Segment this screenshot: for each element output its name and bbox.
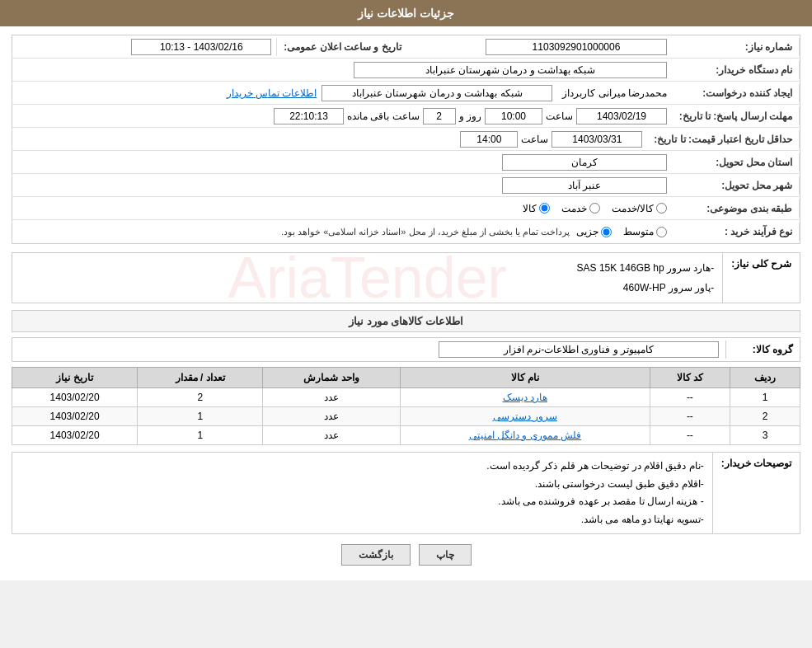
radio-motavasset[interactable]: متوسط [623,226,667,237]
requester-value-cell: محمدرضا میرانی کاربرداز اطلاعات تماس خری… [12,82,672,104]
radio-kala-input[interactable] [539,203,550,214]
province-label: استان محل تحویل: [672,153,800,171]
announce-input[interactable] [131,39,271,55]
city-label: شهر محل تحویل: [672,176,800,195]
buyer-org-value-cell [12,59,672,81]
notes-row: توصیحات خریدار: -نام دقیق اقلام در توضیح… [12,452,800,534]
buyer-org-label: نام دستگاه خریدار: [672,61,800,79]
cell-count: 1 [138,426,263,445]
price-time-label: ساعت [521,134,548,145]
send-deadline-label: مهلت ارسال پاسخ: تا تاریخ: [672,107,800,125]
radio-motavasset-input[interactable] [656,227,667,237]
page-title: جزئیات اطلاعات نیاز [358,7,454,20]
notes-line2: -اقلام دقیق طبق لیست درخواستی باشند. [21,476,704,494]
btn-print[interactable]: چاپ [419,544,472,566]
row-need-number: شماره نیاز: تاریخ و ساعت اعلان عمومی: [12,35,800,59]
col-date: تاریخ نیاز [12,368,138,388]
cell-count: 1 [138,407,263,426]
group-row: گروه کالا: [12,337,800,362]
radio-kala-khadamat-label: کالا/خدمت [612,203,654,214]
cell-date: 1403/02/20 [12,426,138,445]
send-days-input[interactable] [423,108,456,124]
cell-radif: 3 [730,426,800,445]
purchase-radio-group: متوسط جزیی [576,226,667,237]
col-radif: ردیف [730,368,800,388]
row-purchase-type: نوع فرآیند خرید : متوسط جزیی پرداخت تمام… [12,220,800,243]
cell-unit: عدد [263,426,401,445]
radio-khadamat-input[interactable] [589,203,600,214]
row-category: طبقه بندی موضوعی: کالا/خدمت خدمت [12,197,800,220]
notes-line3: - هزینه ارسال تا مقصد بر عهده فروشنده می… [21,493,704,511]
group-value [12,338,725,361]
col-kod: کد کالا [650,368,730,388]
info-section: شماره نیاز: تاریخ و ساعت اعلان عمومی: نا… [12,35,800,244]
send-time-input[interactable] [485,108,542,124]
radio-jozei[interactable]: جزیی [576,226,612,237]
need-number-label: شماره نیاز: [672,38,800,56]
city-input[interactable] [502,177,667,194]
radio-kala-khadamat-input[interactable] [656,203,667,214]
description-section: شرح کلی نیاز: AriaTender -هارد سرور SAS … [12,252,800,303]
radio-kala-khadamat[interactable]: کالا/خدمت [612,203,667,214]
cell-kod: -- [650,388,730,407]
requester-name: محمدرضا میرانی کاربرداز [562,87,667,99]
province-value-cell [12,152,672,173]
table-row: 1 -- هارد دیسک عدد 2 1403/02/20 [12,388,800,407]
category-label: طبقه بندی موضوعی: [672,200,800,218]
desc-line1: -هارد سرور SAS 15K 146GB hp [21,258,714,278]
contact-link[interactable]: اطلاعات تماس خریدار [227,87,317,99]
table-body: 1 -- هارد دیسک عدد 2 1403/02/20 2 -- سرو… [12,388,800,445]
cell-kod: -- [650,407,730,426]
province-input[interactable] [502,154,667,171]
requester-org-input[interactable] [322,85,552,101]
notes-line1: -نام دقیق اقلام در توضیحات هر قلم ذکر گر… [21,458,704,476]
radio-kala-label: کالا [523,203,537,214]
cell-unit: عدد [263,407,401,426]
cell-unit: عدد [263,388,401,407]
col-unit: واحد شمارش [263,368,401,388]
send-date-input[interactable] [576,108,667,124]
send-remaining-label: ساعت باقی مانده [347,110,420,122]
cell-name[interactable]: سرور دسترسی [400,407,650,426]
notes-label: توصیحات خریدار: [712,453,800,533]
group-input[interactable] [439,341,719,358]
cell-count: 2 [138,388,263,407]
description-lines: -هارد سرور SAS 15K 146GB hp -پاور سرور 4… [21,258,714,298]
cell-radif: 2 [730,407,800,426]
radio-kala[interactable]: کالا [523,203,550,214]
table-header-row: ردیف کد کالا نام کالا واحد شمارش تعداد /… [12,368,800,388]
send-days-label: روز و [459,110,481,122]
send-time-label: ساعت [546,110,573,122]
radio-khadamat[interactable]: خدمت [561,203,600,214]
needs-info-title: اطلاعات کالاهای مورد نیاز [12,310,800,332]
cell-name[interactable]: هارد دیسک [400,388,650,407]
table-row: 3 -- فلش ممور‌ی و دانگل امنیتی عدد 1 140… [12,426,800,445]
price-deadline-value-cell: ساعت [12,129,647,150]
notes-content: -نام دقیق اقلام در توضیحات هر قلم ذکر گر… [12,453,712,533]
price-date-input[interactable] [552,131,642,148]
row-requester: ایجاد کننده درخواست: محمدرضا میرانی کارب… [12,82,800,105]
announce-label: تاریخ و ساعت اعلان عمومی: [276,38,407,56]
radio-khadamat-label: خدمت [561,203,587,214]
table-row: 2 -- سرور دسترسی عدد 1 1403/02/20 [12,407,800,426]
group-label: گروه کالا: [725,340,800,359]
row-city: شهر محل تحویل: [12,174,800,197]
page-header: جزئیات اطلاعات نیاز [0,0,812,26]
btn-back[interactable]: بازگشت [341,544,411,566]
requester-label: ایجاد کننده درخواست: [672,84,800,102]
send-remaining-input[interactable] [274,108,344,124]
radio-jozei-input[interactable] [601,227,612,237]
purchase-note: پرداخت تمام یا بخشی از مبلغ خرید، از محل… [281,227,570,237]
description-content: AriaTender -هارد سرور SAS 15K 146GB hp -… [12,253,722,303]
cell-radif: 1 [730,388,800,407]
announce-value-cell [12,36,276,58]
need-number-input[interactable] [486,39,667,55]
price-time-input[interactable] [460,131,518,148]
btn-row: چاپ بازگشت [12,544,800,566]
cell-date: 1403/02/20 [12,388,138,407]
cell-name[interactable]: فلش ممور‌ی و دانگل امنیتی [400,426,650,445]
cell-kod: -- [650,426,730,445]
need-number-value-cell [408,36,672,58]
category-radio-group: کالا/خدمت خدمت کالا [523,203,667,214]
buyer-org-input[interactable] [354,62,667,78]
